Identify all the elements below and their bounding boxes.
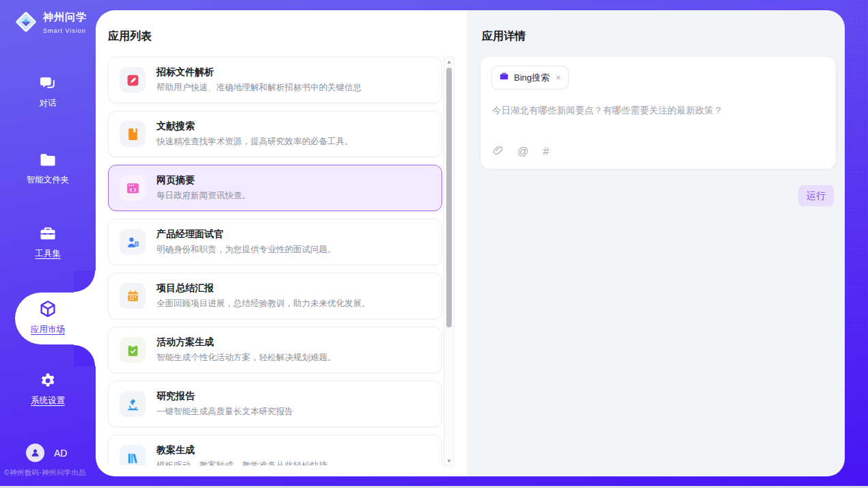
- app-card-title: 活动方案生成: [157, 336, 336, 349]
- app-card-lesson-plan[interactable]: 教案生成 模板驱动，教案秒成，教学准备从此轻松快捷: [108, 435, 442, 465]
- app-list-panel: 应用列表 招标文件解析 帮助用户快速、准确地理解和解析招标书中的关键信息: [96, 10, 467, 476]
- brand-logo: 神州问学 Smart Vision: [14, 9, 87, 38]
- sidebar-item-app-market[interactable]: 应用市场: [0, 299, 96, 336]
- app-card-title: 教案生成: [157, 444, 327, 457]
- gear-icon: [0, 371, 96, 390]
- calendar-icon: [120, 283, 146, 309]
- folder-icon: [0, 150, 96, 170]
- sidebar-notch-top: [74, 271, 96, 293]
- app-card-title: 项目总结汇报: [157, 282, 370, 295]
- brand-name: 神州问学: [43, 11, 87, 23]
- app-card-desc: 明确身份和职责，为您提供专业性的面试问题。: [157, 244, 336, 256]
- chat-icon: [0, 74, 96, 93]
- app-card-title: 招标文件解析: [157, 66, 362, 79]
- sidebar-item-label: 应用市场: [0, 324, 96, 336]
- clipboard-check-icon: [120, 337, 146, 363]
- sidebar-item-toolset[interactable]: 工具集: [0, 224, 96, 260]
- briefcase-icon: [499, 71, 509, 84]
- avatar: [26, 444, 44, 462]
- sidebar-item-settings[interactable]: 系统设置: [0, 371, 96, 407]
- gem-logo-icon: [14, 9, 38, 38]
- app-card-title: 文献搜索: [157, 120, 353, 133]
- sidebar-item-label: 智能文件夹: [0, 174, 96, 186]
- app-list-scrollbar[interactable]: ▲ ▼: [444, 57, 455, 466]
- app-card-pm-interviewer[interactable]: 产品经理面试官 明确身份和职责，为您提供专业性的面试问题。: [108, 219, 442, 265]
- input-toolbar: @ #: [492, 144, 549, 159]
- app-list-title: 应用列表: [108, 29, 152, 44]
- app-card-title: 研究报告: [157, 390, 293, 403]
- app-card-project-summary[interactable]: 项目总结汇报 全面回顾项目进展，总结经验教训，助力未来优化发展。: [108, 273, 442, 319]
- app-card-desc: 模板驱动，教案秒成，教学准备从此轻松快捷: [157, 460, 327, 465]
- user-initials: AD: [54, 448, 67, 459]
- app-card-literature-search[interactable]: 文献搜索 快速精准查找学术资源，提高研究效率的必备工具。: [108, 111, 442, 157]
- app-detail-title: 应用详情: [482, 29, 526, 44]
- app-card-desc: 帮助用户快速、准确地理解和解析招标书中的关键信息: [157, 82, 362, 94]
- prompt-input-card: Bing搜索 × 今日湖北有哪些新闻要点？有哪些需要关注的最新政策？ @ #: [480, 56, 837, 170]
- cube-icon: [0, 299, 96, 319]
- tool-tag-label: Bing搜索: [514, 72, 550, 84]
- edit-doc-icon: [120, 67, 146, 93]
- sidebar-notch-bottom: [74, 344, 96, 366]
- app-card-event-plan[interactable]: 活动方案生成 智能生成个性化活动方案，轻松解决规划难题。: [108, 327, 442, 373]
- app-card-title: 产品经理面试官: [157, 228, 336, 241]
- sidebar-item-label: 系统设置: [0, 395, 96, 407]
- microscope-icon: [120, 391, 146, 417]
- app-detail-panel: 应用详情 Bing搜索 × 今日湖北有哪些新闻要点？有哪些需要关注的最新政策？ …: [467, 10, 845, 476]
- sidebar-item-smart-folder[interactable]: 智能文件夹: [0, 150, 96, 186]
- interviewer-icon: [120, 229, 146, 255]
- topic-icon[interactable]: #: [543, 146, 549, 157]
- app-card-desc: 快速精准查找学术资源，提高研究效率的必备工具。: [157, 136, 353, 148]
- user-account[interactable]: AD: [26, 444, 67, 462]
- paperclip-icon[interactable]: [492, 144, 503, 159]
- app-card-desc: 一键智能生成高质量长文本研究报告: [157, 406, 293, 418]
- book-icon: [120, 121, 146, 147]
- toolbox-icon: [0, 224, 96, 243]
- mention-icon[interactable]: @: [517, 146, 528, 157]
- app-card-desc: 每日政府新闻资讯快查。: [157, 190, 251, 202]
- app-card-title: 网页摘要: [157, 174, 251, 187]
- brand-tagline: Smart Vision: [43, 27, 86, 34]
- sidebar-item-chat[interactable]: 对话: [0, 74, 96, 109]
- browser-code-icon: [120, 175, 146, 201]
- app-card-bid-analysis[interactable]: 招标文件解析 帮助用户快速、准确地理解和解析招标书中的关键信息: [108, 57, 442, 103]
- query-input[interactable]: 今日湖北有哪些新闻要点？有哪些需要关注的最新政策？: [492, 105, 825, 117]
- app-card-desc: 全面回顾项目进展，总结经验教训，助力未来优化发展。: [157, 298, 370, 310]
- scrollbar-up-arrow[interactable]: ▲: [444, 57, 454, 66]
- app-card-list: 招标文件解析 帮助用户快速、准确地理解和解析招标书中的关键信息 文献搜索 快速精…: [108, 57, 442, 465]
- scrollbar-down-arrow[interactable]: ▼: [444, 457, 454, 465]
- sidebar: 神州问学 Smart Vision 对话 智能文件夹: [0, 0, 96, 488]
- run-button[interactable]: 运行: [798, 185, 834, 206]
- frame-dots-texture: [847, 0, 868, 486]
- copyright-text: ©神州数码·神州问学出品: [4, 468, 96, 478]
- app-card-research-report[interactable]: 研究报告 一键智能生成高质量长文本研究报告: [108, 381, 442, 427]
- scrollbar-thumb[interactable]: [446, 68, 452, 327]
- sidebar-item-label: 工具集: [0, 248, 96, 260]
- tool-tag-bing-search[interactable]: Bing搜索 ×: [491, 66, 569, 90]
- close-icon[interactable]: ×: [556, 72, 561, 83]
- books-icon: [120, 445, 146, 465]
- app-card-web-summary[interactable]: 网页摘要 每日政府新闻资讯快查。: [108, 165, 442, 211]
- sidebar-item-label: 对话: [0, 98, 96, 109]
- app-card-desc: 智能生成个性化活动方案，轻松解决规划难题。: [157, 352, 336, 364]
